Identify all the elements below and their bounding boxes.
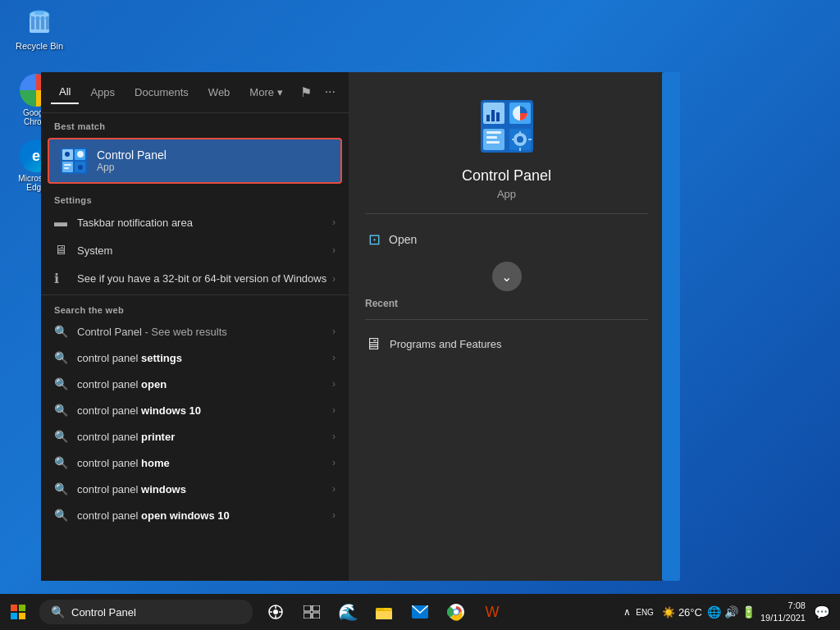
system-arrow-icon: › <box>332 244 336 256</box>
taskbar-search-box[interactable]: 🔍 Control Panel <box>39 600 253 624</box>
search-icon-5: 🔍 <box>54 430 77 443</box>
tabs-right-actions: ⚑ ··· <box>297 81 339 103</box>
svg-point-13 <box>65 152 70 157</box>
web-item-settings[interactable]: 🔍 control panel settings › <box>41 345 349 371</box>
taskbar-system-icons: ∧ ENG <box>623 606 654 618</box>
tab-apps[interactable]: Apps <box>82 81 123 103</box>
desktop: Recycle Bin GoogleChro... e Microso...Ed… <box>0 0 840 630</box>
taskbar-search-icon: 🔍 <box>51 605 65 619</box>
recent-header: Recent <box>365 298 648 313</box>
search-icon-8: 🔍 <box>54 509 77 522</box>
svg-rect-5 <box>46 16 49 30</box>
search-icon-6: 🔍 <box>54 456 77 469</box>
web-item-home[interactable]: 🔍 control panel home › <box>41 450 349 476</box>
best-match-item[interactable]: Control Panel App <box>48 138 342 184</box>
svg-rect-46 <box>304 605 311 611</box>
recent-item-label: Programs and Features <box>390 338 502 350</box>
open-icon: ⊡ <box>368 231 381 249</box>
svg-rect-17 <box>64 167 69 169</box>
tab-web[interactable]: Web <box>200 81 239 103</box>
web-item-windows[interactable]: 🔍 control panel windows › <box>41 476 349 502</box>
more-options-icon[interactable]: ··· <box>322 81 339 103</box>
svg-rect-35 <box>528 139 532 140</box>
best-match-header: Best match <box>41 113 349 135</box>
svg-rect-37 <box>19 605 25 611</box>
bitinfo-item-text: See if you have a 32-bit or 64-bit versi… <box>77 272 332 285</box>
start-button[interactable] <box>0 594 36 630</box>
web-text-2: control panel settings <box>77 352 332 364</box>
svg-rect-39 <box>19 613 25 619</box>
taskbar: 🔍 Control Panel <box>0 594 840 630</box>
svg-rect-29 <box>486 141 500 144</box>
search-icon-1: 🔍 <box>54 325 77 338</box>
notification-center-icon[interactable]: 💬 <box>810 605 833 620</box>
web-text-7: control panel windows <box>77 483 332 495</box>
web-text-1: Control Panel - See web results <box>77 326 332 338</box>
web-arrow-5: › <box>332 431 336 442</box>
multitask-icon[interactable] <box>295 594 328 630</box>
taskbar-arrow-icon: › <box>332 217 336 228</box>
task-view-icon[interactable] <box>259 594 292 630</box>
svg-rect-34 <box>512 139 515 140</box>
svg-rect-36 <box>11 605 17 611</box>
weather-temp: 26°C <box>678 606 702 619</box>
taskbar-edge-icon[interactable]: 🌊 <box>331 594 364 630</box>
search-panel: All Apps Documents Web More ▾ ⚑ ··· Best… <box>41 72 664 581</box>
svg-rect-26 <box>496 112 500 121</box>
left-pane: All Apps Documents Web More ▾ ⚑ ··· Best… <box>41 72 349 581</box>
control-panel-icon-small <box>59 146 89 176</box>
taskbar-mail-icon[interactable] <box>404 594 436 630</box>
web-item-printer[interactable]: 🔍 control panel printer › <box>41 423 349 450</box>
search-icon-7: 🔍 <box>54 482 77 495</box>
tab-more[interactable]: More ▾ <box>241 81 290 103</box>
svg-rect-48 <box>304 613 311 619</box>
recent-divider <box>365 319 648 320</box>
web-item-control-panel-results[interactable]: 🔍 Control Panel - See web results › <box>41 318 349 345</box>
right-app-name: Control Panel <box>462 167 551 185</box>
feedback-icon[interactable]: ⚑ <box>297 81 315 103</box>
web-arrow-2: › <box>332 352 336 363</box>
svg-point-14 <box>77 151 84 158</box>
svg-rect-27 <box>486 131 501 134</box>
chevron-up-icon[interactable]: ∧ <box>623 606 631 618</box>
open-action[interactable]: ⊡ Open <box>365 224 648 255</box>
best-match-text: Control Panel App <box>97 148 167 173</box>
taskbar-chrome-icon[interactable] <box>440 594 472 630</box>
recent-item-programs[interactable]: 🖥 Programs and Features <box>365 330 648 358</box>
recent-section: Recent 🖥 Programs and Features <box>365 298 648 358</box>
battery-icon[interactable]: 🔋 <box>742 605 756 619</box>
recycle-bin-icon[interactable]: Recycle Bin <box>10 7 69 51</box>
bitinfo-arrow-icon: › <box>332 273 336 285</box>
tab-documents[interactable]: Documents <box>126 81 197 103</box>
language-icon[interactable]: ENG <box>636 608 654 617</box>
settings-item-bitinfo[interactable]: ℹ See if you have a 32-bit or 64-bit ver… <box>41 264 349 293</box>
taskbar-search-text: Control Panel <box>71 606 136 619</box>
taskbar-weather[interactable]: ☀️ 26°C <box>662 606 702 619</box>
web-arrow-7: › <box>332 483 336 495</box>
web-item-open[interactable]: 🔍 control panel open › <box>41 371 349 397</box>
recycle-bin-label: Recycle Bin <box>16 41 63 51</box>
network-icon[interactable]: 🌐 <box>707 605 721 619</box>
programs-features-icon: 🖥 <box>365 335 381 354</box>
settings-item-system[interactable]: 🖥 System › <box>41 236 349 264</box>
right-pane: Control Panel App ⊡ Open ⌄ Recent 🖥 Prog… <box>349 72 664 581</box>
svg-rect-11 <box>62 162 73 172</box>
web-item-open-windows10[interactable]: 🔍 control panel open windows 10 › <box>41 502 349 528</box>
tab-all[interactable]: All <box>51 80 79 104</box>
taskbar-clock[interactable]: 7:08 19/11/2021 <box>760 600 806 625</box>
scroll-down-indicator[interactable]: ⌄ <box>492 262 522 291</box>
taskbar-office-icon[interactable]: W <box>476 594 509 630</box>
speaker-icon[interactable]: 🔊 <box>724 605 738 619</box>
svg-rect-33 <box>519 148 521 151</box>
svg-rect-47 <box>313 605 320 611</box>
web-item-windows10[interactable]: 🔍 control panel windows 10 › <box>41 397 349 423</box>
right-app-type: App <box>497 188 516 200</box>
svg-point-31 <box>517 136 523 143</box>
taskbar-explorer-icon[interactable] <box>368 594 400 630</box>
web-text-6: control panel home <box>77 457 332 469</box>
open-label: Open <box>389 233 417 246</box>
svg-point-41 <box>273 609 278 614</box>
info-icon: ℹ <box>54 271 77 286</box>
settings-item-taskbar[interactable]: ▬ Taskbar notification area › <box>41 208 349 236</box>
system-icon: 🖥 <box>54 243 77 258</box>
